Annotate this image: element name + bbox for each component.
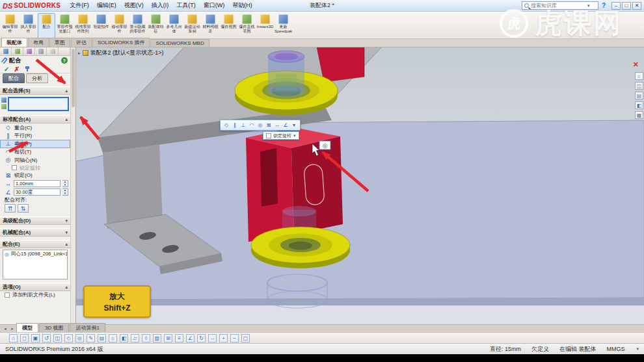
distance-stepper[interactable]: ▲▼ bbox=[62, 180, 68, 187]
shadow-icon[interactable]: ▥ bbox=[153, 334, 161, 343]
subtab-mates[interactable]: 配合 bbox=[3, 73, 25, 83]
preview-close-icon[interactable]: ✕ bbox=[633, 60, 639, 69]
menu-window[interactable]: 窗口(W) bbox=[200, 0, 229, 12]
quick-lock-icon[interactable]: ⊠ bbox=[265, 121, 273, 129]
quick-perpendicular-icon[interactable]: ⊥ bbox=[239, 121, 247, 129]
mate-selection-box[interactable] bbox=[8, 97, 69, 111]
dimxpertmanager-tab-icon[interactable] bbox=[35, 47, 47, 55]
lock-rotation-row[interactable]: 锁定旋转 bbox=[0, 164, 70, 172]
appearance-icon[interactable]: ▤ bbox=[635, 92, 643, 99]
bill-of-materials-button[interactable]: 材料明细表 bbox=[202, 13, 219, 38]
lock-rotation-popup-checkbox[interactable] bbox=[266, 133, 271, 138]
aligned-button[interactable]: ⇈ bbox=[5, 204, 16, 213]
section-options[interactable]: 选项(O)▴ bbox=[0, 283, 70, 291]
view-settings-icon[interactable]: ☼ bbox=[635, 72, 643, 80]
menu-edit[interactable]: 编辑(E) bbox=[93, 0, 120, 12]
angle-input[interactable]: 30.00度 bbox=[14, 188, 60, 196]
mate-list-item-concentric15[interactable]: ◎ 同心15 (0098_206_Link<1>... bbox=[3, 250, 67, 258]
move-component-button[interactable]: 移动零部件 bbox=[111, 13, 128, 38]
explode-line-sketch-button[interactable]: 爆炸直线草图 bbox=[238, 13, 256, 38]
popup-caret-icon[interactable]: ▾ bbox=[293, 133, 296, 138]
keep-visible-pin-icon[interactable] bbox=[24, 66, 31, 72]
panel-help-icon[interactable]: ? bbox=[61, 57, 68, 64]
mate-coincident-option[interactable]: ◇ 重合(C) bbox=[0, 123, 70, 132]
tab-motion-study[interactable]: 运动算例1 bbox=[70, 323, 105, 332]
quick-distance-icon[interactable]: ↔ bbox=[273, 121, 281, 129]
panel-scrollbar[interactable] bbox=[70, 47, 75, 324]
propertymanager-tab-icon[interactable] bbox=[12, 47, 23, 55]
tab-3d-views[interactable]: 3D 视图 bbox=[39, 323, 69, 332]
zoom-in-icon[interactable]: + bbox=[219, 334, 228, 343]
distance-input[interactable]: 1.00mm bbox=[14, 180, 60, 187]
smart-fasteners-button[interactable]: 智能扣件 bbox=[92, 13, 110, 38]
reference-geometry-button[interactable]: 参考几何体 bbox=[165, 13, 183, 38]
quick-mate-more-caret-icon[interactable]: ▾ bbox=[290, 121, 298, 129]
menu-insert[interactable]: 插入(I) bbox=[148, 0, 173, 12]
edit-component-button[interactable]: 编辑零部件 bbox=[1, 13, 19, 38]
anti-aligned-button[interactable]: ⇅ bbox=[18, 204, 29, 213]
update-speedpak-button[interactable]: 更新Speedpak bbox=[275, 13, 292, 38]
pan-view-icon[interactable]: ↔ bbox=[208, 334, 217, 343]
instant3d-button[interactable]: Instant3D bbox=[256, 13, 274, 38]
measure-icon[interactable]: ∠ bbox=[186, 334, 195, 343]
selection-filter-face-icon[interactable] bbox=[1, 97, 7, 103]
feature-tree-header[interactable]: ▸ 装配体2 (默认<显示状态-1>) bbox=[78, 49, 164, 57]
quick-coincident-icon[interactable]: ◇ bbox=[222, 121, 230, 129]
tab-scroll-left-icon[interactable]: ◂ bbox=[2, 326, 8, 331]
quick-concentric-icon[interactable]: ◎ bbox=[256, 121, 264, 129]
section-mates[interactable]: 配合(E)▴ bbox=[0, 240, 70, 248]
full-screen-icon[interactable]: ▢ bbox=[241, 334, 250, 343]
assembly-features-button[interactable]: 装配体特征 bbox=[147, 13, 165, 38]
show-hidden-components-button[interactable]: 显示隐藏的零部件 bbox=[129, 13, 146, 38]
lock-rotation-checkbox[interactable] bbox=[12, 165, 17, 170]
display-style-icon[interactable]: ◇ bbox=[64, 334, 73, 343]
wireframe-icon[interactable]: ▱ bbox=[131, 334, 139, 343]
quick-angle-icon[interactable]: ∠ bbox=[282, 121, 289, 129]
zoom-out-icon[interactable]: − bbox=[230, 334, 239, 343]
menu-tools[interactable]: 工具(T) bbox=[172, 0, 200, 12]
tab-solidworks-addins[interactable]: SOLIDWORKS 插件 bbox=[92, 38, 150, 47]
mate-concentric-option[interactable]: ◎ 同轴心(N) bbox=[0, 156, 70, 164]
maximize-button[interactable]: □ bbox=[622, 2, 631, 10]
mate-perpendicular-option[interactable]: ⊥ 垂直(P) bbox=[0, 140, 70, 148]
component-preview-window-button[interactable]: 零部件预览窗口 bbox=[56, 13, 74, 38]
tab-assembly[interactable]: 装配体 bbox=[1, 38, 27, 47]
camera-view-icon[interactable]: ▦ bbox=[635, 111, 643, 119]
mate-lock-option[interactable]: ⊠ 锁定(O) bbox=[0, 172, 70, 180]
3d-scene[interactable]: ◎ bbox=[76, 47, 644, 324]
search-caret-icon[interactable]: ▾ bbox=[587, 3, 590, 8]
hide-show-items-icon[interactable]: ◎ bbox=[75, 334, 84, 343]
quick-tangent-icon[interactable]: ◠ bbox=[248, 121, 256, 129]
minimize-button[interactable]: – bbox=[611, 2, 621, 10]
new-motion-study-button[interactable]: 新建运动算例 bbox=[183, 13, 201, 38]
tab-sketch[interactable]: 草图 bbox=[49, 38, 70, 47]
configurationmanager-tab-icon[interactable] bbox=[23, 47, 35, 55]
view-settings-icon[interactable]: ☼ bbox=[109, 334, 117, 343]
lock-rotation-popup[interactable]: 锁定旋转 ▾ bbox=[263, 131, 299, 140]
perspective-icon[interactable]: ◊ bbox=[142, 334, 150, 343]
subtab-analysis[interactable]: 分析 bbox=[26, 73, 48, 83]
zoom-fit-icon[interactable]: ◻ bbox=[20, 334, 29, 343]
quick-parallel-icon[interactable]: ∥ bbox=[231, 121, 239, 129]
mate-parallel-option[interactable]: ∥ 平行(R) bbox=[0, 132, 70, 140]
units-caret-icon[interactable]: ▾ bbox=[636, 346, 639, 352]
grid-icon[interactable]: ⊞ bbox=[164, 334, 172, 343]
tab-scroll-right-icon[interactable]: ▸ bbox=[9, 326, 16, 331]
section-view-icon[interactable]: ◧ bbox=[635, 101, 643, 109]
display-pane-icon[interactable]: ◫ bbox=[635, 82, 643, 90]
tab-layout[interactable]: 布局 bbox=[28, 38, 49, 47]
knowledge-search[interactable]: ▾ bbox=[522, 1, 598, 10]
ruler-icon[interactable]: ≡ bbox=[175, 334, 183, 343]
mate-button[interactable]: 配合 bbox=[38, 13, 55, 38]
mate-tangent-option[interactable]: ◠ 相切(T) bbox=[0, 148, 70, 157]
rotate-view-icon[interactable]: ↻ bbox=[197, 334, 206, 343]
shaded-edges-icon[interactable]: ◧ bbox=[120, 334, 128, 343]
tab-solidworks-mbd[interactable]: SOLIDWORKS MBD bbox=[150, 39, 209, 47]
insert-components-button[interactable]: 插入零部件 bbox=[20, 13, 37, 38]
bottom-flange-part[interactable] bbox=[251, 227, 350, 268]
manager-overflow-icon[interactable] bbox=[59, 47, 70, 55]
linear-component-pattern-button[interactable]: 线性零部件阵列 bbox=[74, 13, 92, 38]
edit-appearance-icon[interactable]: ✎ bbox=[87, 334, 95, 343]
help-icon[interactable]: ? bbox=[602, 2, 606, 9]
displaymanager-tab-icon[interactable] bbox=[47, 47, 59, 55]
